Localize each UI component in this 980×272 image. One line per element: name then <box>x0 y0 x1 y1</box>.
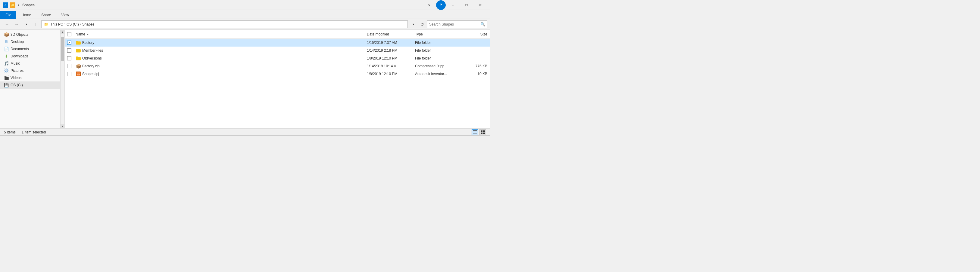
folder-icon-oldversions <box>76 55 81 61</box>
sidebar-item-downloads[interactable]: ⬇ Downloads <box>0 52 60 60</box>
row-checkbox-col <box>67 72 76 76</box>
col-header-type[interactable]: Type <box>415 32 463 36</box>
sidebar-label-os-c: OS (C:) <box>11 83 23 87</box>
file-list-header: Name ▲ Date modified Type Size <box>65 30 490 39</box>
row-checkbox-memberfiles[interactable] <box>67 48 72 52</box>
up-button[interactable]: ↑ <box>32 21 40 28</box>
ipj-icon-shapes: IPJ <box>76 71 81 77</box>
table-row[interactable]: MemberFiles 1/14/2019 2:18 PM File folde… <box>65 47 490 54</box>
table-row[interactable]: 📦 Factory.zip 1/14/2019 10:14 A... Compr… <box>65 62 490 70</box>
file-list: Name ▲ Date modified Type Size ✓ <box>65 30 490 128</box>
sidebar-label-pictures: Pictures <box>11 68 24 73</box>
folder-icon-factory <box>76 40 81 45</box>
file-type-oldversions: File folder <box>415 56 463 60</box>
search-input[interactable] <box>429 22 480 27</box>
tab-home[interactable]: Home <box>16 11 36 19</box>
tab-file[interactable]: File <box>0 11 16 19</box>
minimize-button[interactable]: − <box>446 0 460 10</box>
folder-icon-memberfiles <box>76 48 81 53</box>
file-type-memberfiles: File folder <box>415 48 463 52</box>
header-checkbox[interactable] <box>67 32 72 36</box>
close-button[interactable]: ✕ <box>473 0 487 10</box>
file-name-memberfiles: MemberFiles <box>82 48 367 52</box>
path-this-pc[interactable]: This PC <box>50 22 63 27</box>
row-checkbox-col: ✓ <box>67 41 76 45</box>
expand-ribbon-button[interactable]: ∨ <box>422 0 436 10</box>
svg-rect-8 <box>480 133 482 134</box>
svg-rect-4 <box>473 132 477 132</box>
file-name-shapesipj: Shapes.ipj <box>82 72 367 76</box>
back-button[interactable]: ← <box>3 21 11 28</box>
quick-access-folder[interactable]: 📁 <box>10 2 15 8</box>
row-checkbox-col <box>67 48 76 52</box>
file-size-factoryzip: 776 KB <box>463 64 487 68</box>
sidebar-item-music[interactable]: 🎵 Music <box>0 60 60 67</box>
file-date-memberfiles: 1/14/2019 2:18 PM <box>367 48 415 52</box>
window-controls: ∨ ? − □ ✕ <box>422 0 487 10</box>
main-content: 📦 3D Objects 🖥 Desktop 📄 Documents ⬇ Dow… <box>0 30 490 128</box>
tab-share[interactable]: Share <box>36 11 56 19</box>
selected-count: 1 item selected <box>22 130 46 134</box>
sidebar-label-music: Music <box>11 61 20 65</box>
scroll-down-btn[interactable]: ▼ <box>60 124 65 128</box>
scroll-track <box>60 34 64 124</box>
table-row[interactable]: OldVersions 1/8/2019 12:10 PM File folde… <box>65 54 490 62</box>
details-view-button[interactable] <box>472 129 478 135</box>
row-checkbox-shapesipj[interactable] <box>67 72 72 76</box>
col-header-date[interactable]: Date modified <box>367 32 415 36</box>
col-header-size[interactable]: Size <box>463 32 487 36</box>
search-box[interactable]: 🔍 <box>427 21 487 28</box>
sidebar-item-pictures[interactable]: 🖼 Pictures <box>0 67 60 74</box>
videos-icon: 🎬 <box>4 76 9 80</box>
quick-access-save[interactable]: ✓ <box>3 2 8 8</box>
path-sep-1: › <box>64 22 65 26</box>
forward-button[interactable]: → <box>12 21 21 28</box>
file-name-oldversions: OldVersions <box>82 56 367 60</box>
large-icons-view-button[interactable] <box>479 129 486 135</box>
sidebar-item-videos[interactable]: 🎬 Videos <box>0 74 60 81</box>
row-checkbox-factoryzip[interactable] <box>67 64 72 68</box>
scroll-up-btn[interactable]: ▲ <box>60 30 65 34</box>
address-bar: ← → ▾ ↑ 📁 This PC › OS (C:) › Shapes ▾ ↺… <box>0 19 490 30</box>
downloads-icon: ⬇ <box>4 54 9 59</box>
sidebar-item-documents[interactable]: 📄 Documents <box>0 45 60 52</box>
nav-dropdown-button[interactable]: ▾ <box>22 21 30 28</box>
status-bar: 5 items 1 item selected <box>0 128 490 136</box>
table-row[interactable]: ✓ Factory 1/15/2019 7:37 AM File folder <box>65 39 490 47</box>
col-header-name[interactable]: Name ▲ <box>76 32 367 36</box>
row-checkbox-factory[interactable]: ✓ <box>67 41 72 45</box>
row-checkbox-col <box>67 56 76 60</box>
music-icon: 🎵 <box>4 61 9 66</box>
maximize-button[interactable]: □ <box>460 0 473 10</box>
col-name-label: Name <box>76 32 85 36</box>
sidebar-item-desktop[interactable]: 🖥 Desktop <box>0 38 60 45</box>
sidebar-label-documents: Documents <box>11 47 29 51</box>
address-dropdown[interactable]: ▾ <box>409 21 417 28</box>
sidebar-item-os-c[interactable]: 💾 OS (C:) <box>0 81 60 89</box>
file-date-factory: 1/15/2019 7:37 AM <box>367 41 415 45</box>
documents-icon: 📄 <box>4 47 9 51</box>
title-bar-left: ✓ 📁 ▾ Shapes <box>3 2 422 8</box>
row-checkbox-oldversions[interactable] <box>67 56 72 60</box>
svg-rect-3 <box>473 130 477 131</box>
scroll-thumb[interactable] <box>61 37 64 61</box>
search-icon[interactable]: 🔍 <box>480 22 485 27</box>
address-path[interactable]: 📁 This PC › OS (C:) › Shapes <box>41 21 408 28</box>
sidebar-label-desktop: Desktop <box>11 40 24 44</box>
sidebar-label-downloads: Downloads <box>11 54 28 58</box>
quick-access-dropdown[interactable]: ▾ <box>18 3 19 6</box>
sidebar-item-3d-objects[interactable]: 📦 3D Objects <box>0 31 60 38</box>
row-checkbox-col <box>67 64 76 68</box>
ipj-svg: IPJ <box>76 71 81 77</box>
sort-arrow: ▲ <box>86 33 89 36</box>
refresh-button[interactable]: ↺ <box>418 21 426 28</box>
tab-view[interactable]: View <box>56 11 74 19</box>
table-row[interactable]: IPJ Shapes.ipj 1/8/2019 12:10 PM Autodes… <box>65 70 490 78</box>
help-button[interactable]: ? <box>436 0 446 10</box>
svg-text:IPJ: IPJ <box>77 73 80 75</box>
path-shapes[interactable]: Shapes <box>82 22 95 27</box>
file-date-factoryzip: 1/14/2019 10:14 A... <box>367 64 415 68</box>
file-date-shapesipj: 1/8/2019 12:10 PM <box>367 72 415 76</box>
path-c-drive[interactable]: OS (C:) <box>67 22 79 27</box>
file-type-factory: File folder <box>415 41 463 45</box>
